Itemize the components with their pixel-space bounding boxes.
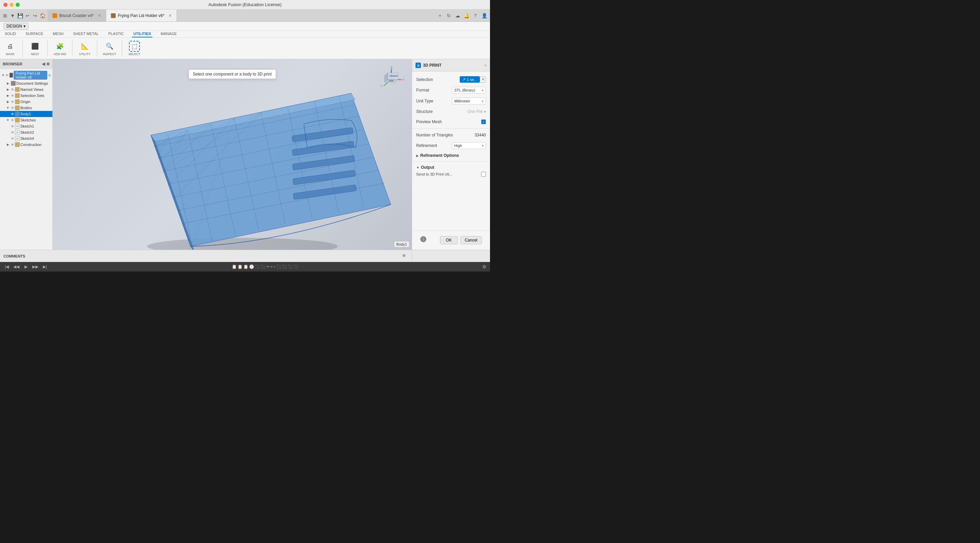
viewport-canvas[interactable]: Select one component or a body to 3D pri… [53, 59, 412, 250]
user-icon[interactable]: 👤 [481, 13, 487, 19]
minimize-button[interactable] [10, 3, 14, 7]
browser-item-construction[interactable]: ▶ 👁 Construction [0, 141, 52, 148]
cancel-button[interactable]: Cancel [460, 236, 482, 244]
grid-icon[interactable]: ⊞ [2, 13, 8, 19]
sketch4-visibility[interactable]: 👁 [11, 137, 14, 141]
browser-item-root[interactable]: ▼ 👁 Frying Pan Lid Holder v6 ⚙ [0, 70, 52, 80]
browser-menu-icon[interactable]: ⊕ [46, 62, 50, 66]
status-gear-icon[interactable]: ⚙ [482, 264, 487, 270]
root-visibility-icon[interactable]: 👁 [5, 73, 9, 77]
undo-icon[interactable]: ↩ [24, 13, 30, 19]
maximize-button[interactable] [16, 3, 20, 7]
tab-solid[interactable]: SOLID [3, 31, 18, 37]
browser-item-doc-settings[interactable]: ▶ Document Settings [0, 80, 52, 86]
timeline-icon-5[interactable]: ⬛ [255, 264, 260, 269]
status-next-frame[interactable]: ▶▶ [32, 264, 39, 270]
timeline-icon-7[interactable]: ✂ [266, 264, 270, 269]
tab-frying-close[interactable]: ✕ [169, 13, 172, 18]
home-icon[interactable]: 🏠 [40, 13, 46, 19]
tab-surface[interactable]: SURFACE [24, 31, 45, 37]
browser-item-selection-sets[interactable]: ▶ 👁 Selection Sets [0, 92, 52, 98]
timeline-icon-11[interactable]: ⬛ [282, 264, 287, 269]
browser-item-sketch4[interactable]: 👁 ✏ Sketch4 [0, 135, 52, 141]
browser-item-sketch1[interactable]: 👁 ✏ Sketch1 [0, 123, 52, 129]
refresh-icon[interactable]: ↻ [446, 13, 452, 19]
selection-sets-arrow[interactable]: ▶ [5, 93, 10, 98]
selection-button[interactable]: ↗ 1 se... [460, 76, 480, 83]
comments-add-icon[interactable]: ⊕ [402, 253, 408, 259]
origin-arrow[interactable]: ▶ [5, 99, 10, 104]
browser-item-sketch2[interactable]: 👁 ✏ Sketch2 [0, 129, 52, 135]
help-icon[interactable]: ? [472, 13, 479, 19]
timeline-icon-6[interactable]: ⬛ [261, 264, 266, 269]
bodies-visibility[interactable]: 👁 [11, 106, 14, 110]
construction-arrow[interactable]: ▶ [5, 142, 10, 147]
design-mode-button[interactable]: DESIGN ▾ [3, 23, 29, 30]
new-tab-icon[interactable]: ＋ [437, 13, 443, 19]
timeline-icon-8[interactable]: + [270, 264, 273, 269]
doc-settings-arrow[interactable]: ▶ [5, 81, 10, 86]
timeline-icon-4[interactable]: 🕐 [249, 264, 254, 269]
browser-item-body1[interactable]: 👁 Body1 [0, 111, 52, 117]
info-icon[interactable]: i [420, 236, 426, 242]
tab-utilities[interactable]: UTILITIES [132, 31, 153, 37]
tab-frying[interactable]: Frying Pan Lid Holder v6* ✕ [106, 10, 177, 21]
named-views-visibility[interactable]: 👁 [11, 88, 14, 92]
sketches-visibility[interactable]: 👁 [11, 118, 14, 122]
tab-manage[interactable]: MANAGE [159, 31, 178, 37]
toolbar-group-utility[interactable]: 📐 UTILITY [78, 41, 92, 56]
status-skip-end[interactable]: ▶| [41, 264, 48, 270]
origin-visibility[interactable]: 👁 [11, 100, 14, 104]
bodies-arrow[interactable]: ▼ [5, 105, 10, 110]
root-settings-icon[interactable]: ⚙ [48, 73, 51, 77]
toolbar-group-make[interactable]: 🖨 MAKE [3, 41, 17, 56]
browser-item-named-views[interactable]: ▶ 👁 Named Views [0, 86, 52, 92]
timeline-icon-2[interactable]: 📋 [237, 264, 243, 269]
timeline-icon-1[interactable]: 📋 [232, 264, 237, 269]
unit-type-dropdown[interactable]: Millimeter ▾ [452, 98, 486, 105]
timeline-icon-12[interactable]: ⬛ [288, 264, 293, 269]
named-views-arrow[interactable]: ▶ [5, 87, 10, 92]
body1-visibility[interactable]: 👁 [11, 112, 14, 116]
browser-collapse-icon[interactable]: ◀ [42, 62, 45, 66]
preview-mesh-checkbox[interactable]: ✓ [481, 119, 486, 124]
cloud-icon[interactable]: ☁ [455, 13, 461, 19]
status-play[interactable]: ▶ [22, 264, 29, 270]
browser-item-sketches[interactable]: ▼ 👁 Sketches [0, 117, 52, 123]
format-dropdown[interactable]: STL (Binary) ▾ [452, 87, 486, 94]
redo-icon[interactable]: ↪ [32, 13, 38, 19]
output-header[interactable]: ▼ Output [412, 163, 490, 172]
viewport[interactable]: Select one component or a body to 3D pri… [53, 59, 412, 250]
status-skip-back[interactable]: |◀ [3, 264, 10, 270]
notification-icon[interactable]: 🔔 [463, 13, 469, 19]
tab-biscuit[interactable]: Biscuit Coaster v4* ✕ [48, 10, 106, 21]
browser-item-bodies[interactable]: ▼ 👁 Bodies [0, 105, 52, 111]
tab-sheet-metal[interactable]: SHEET METAL [72, 31, 100, 37]
print-panel-expand[interactable]: » [484, 63, 487, 68]
structure-dropdown-arrow[interactable]: ▾ [484, 110, 486, 114]
refinement-dropdown[interactable]: High ▾ [452, 142, 486, 149]
refinement-options-header[interactable]: ▶ Refinement Options [412, 151, 490, 160]
timeline-icon-3[interactable]: 📋 [243, 264, 248, 269]
toolbar-group-addins[interactable]: 🧩 ADD-INS [53, 41, 67, 56]
sketch2-visibility[interactable]: 👁 [11, 131, 14, 134]
selection-clear-button[interactable]: ✕ [480, 76, 486, 83]
toolbar-group-nest[interactable]: ⬛ NEST [28, 41, 42, 56]
timeline-icon-10[interactable]: ⬛ [276, 264, 282, 269]
tab-mesh[interactable]: MESH [51, 31, 65, 37]
browser-item-origin[interactable]: ▶ 👁 Origin [0, 98, 52, 105]
sketches-arrow[interactable]: ▼ [5, 118, 10, 122]
toolbar-group-inspect[interactable]: 🔍 INSPECT [103, 41, 116, 56]
tab-biscuit-close[interactable]: ✕ [98, 13, 101, 18]
send-checkbox[interactable] [481, 172, 486, 176]
menu-icon[interactable]: ▼ [10, 13, 16, 19]
construction-visibility[interactable]: 👁 [11, 143, 14, 147]
root-expand-arrow[interactable]: ▼ [2, 73, 5, 78]
timeline-icon-13[interactable]: ⬛ [294, 264, 299, 269]
toolbar-group-select[interactable]: ⬚ SELECT [127, 41, 141, 56]
selection-sets-visibility[interactable]: 👁 [11, 94, 14, 98]
timeline-icon-9[interactable]: ↕ [274, 264, 275, 269]
nav-cube[interactable]: X Z Y FRONT TOP [378, 66, 405, 93]
tab-plastic[interactable]: PLASTIC [107, 31, 125, 37]
save-icon[interactable]: 💾 [17, 13, 23, 19]
